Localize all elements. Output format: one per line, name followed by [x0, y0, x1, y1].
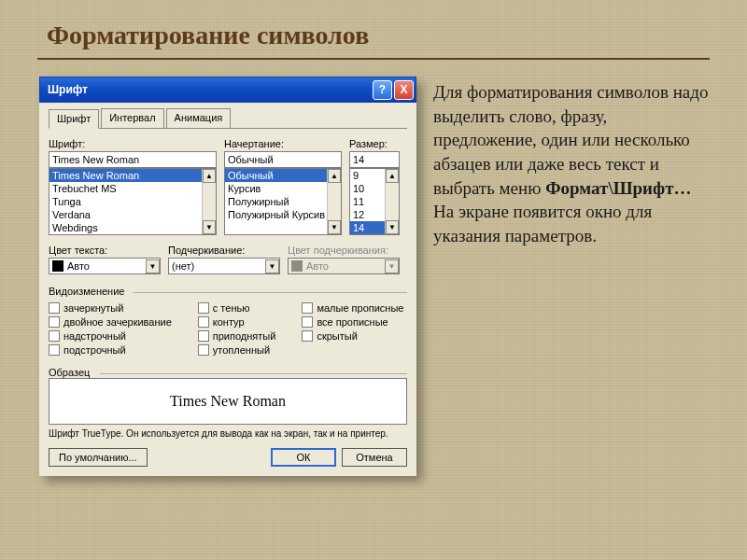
chk-label: зачеркнутый: [63, 302, 123, 314]
scroll-up-icon[interactable]: ▲: [203, 169, 216, 183]
chk-label: утопленный: [213, 344, 270, 356]
preview-title: Образец: [49, 367, 90, 378]
size-input[interactable]: 14: [349, 151, 400, 168]
default-button[interactable]: По умолчанию...: [49, 448, 148, 467]
style-input[interactable]: Обычный: [224, 151, 342, 168]
scroll-down-icon[interactable]: ▼: [203, 220, 216, 234]
underline-combo[interactable]: (нет) ▼: [168, 258, 280, 274]
checkbox-icon: [302, 302, 313, 314]
list-item[interactable]: Курсив: [225, 182, 341, 195]
checkbox-emboss[interactable]: приподнятый: [198, 330, 276, 342]
checkbox-icon: [49, 302, 60, 314]
font-hint: Шрифт TrueType. Он используется для выво…: [49, 428, 407, 439]
checkbox-icon: [198, 330, 209, 342]
list-item[interactable]: Обычный: [225, 169, 341, 182]
text-color-label: Цвет текста:: [49, 245, 161, 256]
cancel-button[interactable]: Отмена: [342, 448, 407, 467]
scrollbar[interactable]: ▲ ▼: [202, 169, 216, 234]
underline-color-value: Авто: [306, 260, 382, 272]
checkbox-icon: [198, 302, 209, 314]
chk-label: надстрочный: [63, 330, 126, 342]
para-line2: На экране появится окно для указания пар…: [433, 202, 652, 245]
font-input[interactable]: Times New Roman: [49, 151, 217, 168]
dialog-footer: По умолчанию... ОК Отмена: [49, 448, 407, 467]
chk-label: приподнятый: [213, 330, 276, 342]
underline-color-label: Цвет подчеркивания:: [288, 245, 400, 256]
color-row: Цвет текста: Авто ▼ Подчеркивание: (нет)…: [49, 239, 407, 274]
checkbox-subscript[interactable]: подстрочный: [49, 344, 172, 356]
list-item[interactable]: Trebuchet MS: [49, 182, 216, 195]
underline-color-combo: Авто ▼: [288, 258, 400, 274]
checkbox-shadow[interactable]: с тенью: [198, 302, 276, 314]
font-label: Шрифт:: [49, 138, 217, 149]
checkbox-double-strike[interactable]: двойное зачеркивание: [49, 316, 172, 328]
list-item[interactable]: Verdana: [49, 208, 216, 221]
checkbox-icon: [302, 316, 313, 328]
list-item[interactable]: Times New Roman: [49, 169, 216, 182]
ok-button[interactable]: ОК: [271, 448, 336, 467]
help-button[interactable]: ?: [373, 80, 392, 100]
list-item[interactable]: Полужирный Курсив: [225, 208, 341, 221]
effects-group: Видоизменение зачеркнутый двойное зачерк…: [49, 286, 407, 356]
checkbox-engrave[interactable]: утопленный: [198, 344, 276, 356]
tabstrip: Шрифт Интервал Анимация: [49, 108, 407, 129]
style-listbox[interactable]: Обычный Курсив Полужирный Полужирный Кур…: [224, 168, 342, 235]
scroll-up-icon[interactable]: ▲: [328, 169, 341, 183]
preview-group: Образец Times New Roman Шрифт TrueType. …: [49, 367, 407, 439]
size-listbox[interactable]: 9 10 11 12 14 ▲ ▼: [349, 168, 400, 235]
checkbox-icon: [198, 344, 209, 356]
color-swatch-icon: [52, 260, 63, 272]
style-label: Начертание:: [224, 138, 342, 149]
scrollbar[interactable]: ▲ ▼: [327, 169, 341, 234]
explanation-text: Для форматирования символов надо выделит…: [433, 77, 713, 476]
color-swatch-icon: [291, 260, 303, 272]
effects-title: Видоизменение: [49, 286, 124, 297]
checkbox-allcaps[interactable]: все прописные: [302, 316, 403, 328]
checkbox-hidden[interactable]: скрытый: [302, 330, 403, 342]
chk-label: двойное зачеркивание: [63, 316, 172, 328]
chk-label: скрытый: [317, 330, 357, 342]
chevron-down-icon: ▼: [385, 259, 399, 273]
chk-label: все прописные: [317, 316, 388, 328]
content-area: Шрифт ? X Шрифт Интервал Анимация Шрифт:…: [0, 60, 747, 476]
close-button[interactable]: X: [394, 80, 414, 100]
checkbox-icon: [49, 316, 60, 328]
checkbox-icon: [49, 344, 60, 356]
checkbox-smallcaps[interactable]: малые прописные: [302, 302, 403, 314]
size-label: Размер:: [349, 138, 400, 149]
page-title: Форматирование символов: [0, 0, 747, 56]
scrollbar[interactable]: ▲ ▼: [385, 169, 399, 234]
chk-label: подстрочный: [63, 344, 126, 356]
window-title: Шрифт: [48, 83, 371, 96]
font-listbox[interactable]: Times New Roman Trebuchet MS Tunga Verda…: [49, 168, 217, 235]
list-item[interactable]: Tunga: [49, 195, 216, 208]
chevron-down-icon[interactable]: ▼: [265, 259, 279, 273]
scroll-down-icon[interactable]: ▼: [328, 220, 341, 234]
chk-label: малые прописные: [317, 302, 403, 314]
underline-value: (нет): [172, 260, 262, 272]
text-color-combo[interactable]: Авто ▼: [49, 258, 161, 274]
tab-animation[interactable]: Анимация: [166, 108, 232, 128]
checkbox-superscript[interactable]: надстрочный: [49, 330, 172, 342]
preview-box: Times New Roman: [49, 378, 407, 425]
chk-label: контур: [213, 316, 245, 328]
scroll-up-icon[interactable]: ▲: [386, 169, 399, 183]
font-dialog-window: Шрифт ? X Шрифт Интервал Анимация Шрифт:…: [39, 77, 416, 476]
checkbox-icon: [49, 330, 60, 342]
dialog-client: Шрифт Интервал Анимация Шрифт: Times New…: [39, 103, 416, 476]
help-icon: ?: [379, 83, 386, 96]
scroll-down-icon[interactable]: ▼: [386, 220, 399, 234]
tab-spacing[interactable]: Интервал: [101, 108, 163, 128]
chevron-down-icon[interactable]: ▼: [146, 259, 160, 273]
para-bold: Формат\Шрифт…: [545, 178, 691, 198]
titlebar[interactable]: Шрифт ? X: [39, 77, 416, 103]
list-item[interactable]: Webdings: [49, 221, 216, 234]
checkbox-strikethrough[interactable]: зачеркнутый: [49, 302, 172, 314]
checkbox-outline[interactable]: контур: [198, 316, 276, 328]
checkbox-icon: [302, 330, 313, 342]
tab-font[interactable]: Шрифт: [49, 109, 99, 129]
chk-label: с тенью: [213, 302, 250, 314]
font-row: Шрифт: Times New Roman Times New Roman T…: [49, 133, 407, 235]
list-item[interactable]: Полужирный: [225, 195, 341, 208]
underline-label: Подчеркивание:: [168, 245, 280, 256]
